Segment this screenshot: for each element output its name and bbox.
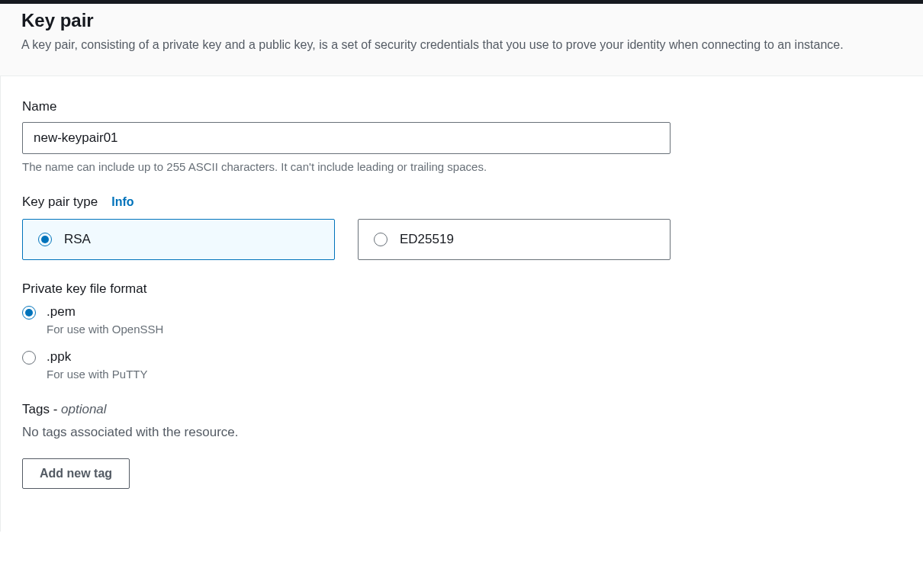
radio-icon (374, 233, 388, 246)
keypair-type-option-rsa[interactable]: RSA (22, 219, 335, 260)
name-input[interactable] (22, 122, 671, 154)
name-field-group: Name The name can include up to 255 ASCI… (22, 99, 902, 173)
name-label: Name (22, 99, 902, 114)
file-format-option-ppk[interactable]: .ppk For use with PuTTY (22, 349, 902, 381)
keypair-type-label-row: Key pair type Info (22, 194, 902, 210)
keypair-type-group: Key pair type Info RSA ED25519 (22, 194, 902, 260)
radio-icon (22, 306, 36, 320)
file-format-option-label: .ppk (47, 349, 148, 365)
tags-label: Tags - optional (22, 402, 902, 417)
add-new-tag-button[interactable]: Add new tag (22, 458, 130, 489)
keypair-type-label: Key pair type (22, 194, 98, 210)
file-format-options: .pem For use with OpenSSH .ppk For use w… (22, 304, 902, 381)
file-format-label: Private key file format (22, 281, 902, 297)
name-helper-text: The name can include up to 255 ASCII cha… (22, 160, 902, 173)
tags-empty-text: No tags associated with the resource. (22, 425, 902, 440)
file-format-option-label: .pem (47, 304, 163, 320)
file-format-option-pem[interactable]: .pem For use with OpenSSH (22, 304, 902, 336)
tags-label-prefix: Tags - (22, 402, 61, 416)
file-format-group: Private key file format .pem For use wit… (22, 281, 902, 381)
keypair-type-option-label: ED25519 (400, 232, 454, 247)
header-section: Key pair A key pair, consisting of a pri… (0, 4, 923, 76)
file-format-option-description: For use with OpenSSH (47, 323, 163, 336)
keypair-type-info-link[interactable]: Info (111, 195, 133, 209)
page-description: A key pair, consisting of a private key … (21, 36, 891, 54)
page-title: Key pair (21, 10, 902, 31)
form-body: Name The name can include up to 255 ASCI… (0, 76, 923, 532)
radio-icon (22, 351, 36, 365)
keypair-type-option-ed25519[interactable]: ED25519 (358, 219, 671, 260)
keypair-type-options: RSA ED25519 (22, 219, 671, 260)
tags-group: Tags - optional No tags associated with … (22, 402, 902, 489)
tags-label-optional: optional (61, 402, 107, 416)
keypair-type-option-label: RSA (64, 232, 91, 247)
file-format-option-description: For use with PuTTY (47, 368, 148, 381)
radio-icon (38, 233, 52, 246)
